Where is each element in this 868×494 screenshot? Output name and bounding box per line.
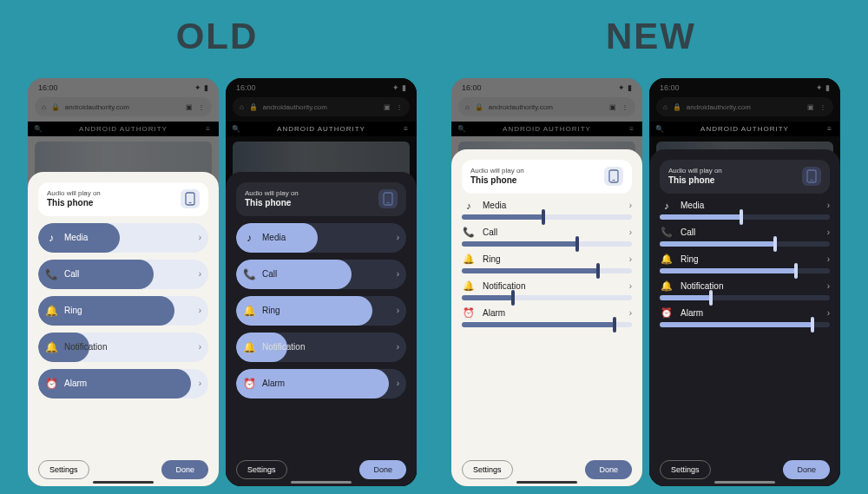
cast-card[interactable]: Audio will play onThis phone: [38, 182, 208, 216]
alarm-icon: ⏰: [38, 378, 64, 390]
volume-media: ♪Media›: [660, 201, 830, 220]
volume-call: 📞Call›: [660, 227, 830, 247]
cast-device: This phone: [47, 198, 174, 209]
settings-button[interactable]: Settings: [236, 460, 287, 479]
alarm-icon: ⏰: [236, 378, 262, 390]
chevron-right-icon[interactable]: ›: [827, 227, 830, 237]
notification-label: Notification: [483, 281, 525, 291]
new-group: 16:00✦ ▮⌂🔒androidauthority.com▣⋮🔍ANDROID…: [451, 78, 840, 486]
volume-media[interactable]: ♪Media›: [236, 223, 406, 253]
call-label: Call: [262, 269, 277, 279]
volume-notification: 🔔Notification›: [462, 280, 632, 300]
done-button[interactable]: Done: [585, 460, 632, 479]
chevron-right-icon[interactable]: ›: [199, 306, 201, 315]
chevron-right-icon[interactable]: ›: [629, 227, 632, 237]
media-slider[interactable]: [660, 214, 830, 220]
label-new: NEW: [434, 16, 868, 57]
chevron-right-icon[interactable]: ›: [397, 379, 399, 388]
notification-label: Notification: [262, 342, 305, 352]
volume-alarm: ⏰Alarm›: [660, 307, 830, 327]
volume-ring: 🔔Ring›: [462, 254, 632, 273]
chevron-right-icon[interactable]: ›: [827, 281, 830, 291]
chevron-right-icon[interactable]: ›: [827, 308, 830, 318]
chevron-right-icon[interactable]: ›: [397, 269, 399, 279]
settings-button[interactable]: Settings: [38, 460, 89, 479]
cast-device: This phone: [470, 175, 597, 187]
done-button[interactable]: Done: [783, 460, 830, 479]
chevron-right-icon[interactable]: ›: [827, 201, 830, 210]
chevron-right-icon[interactable]: ›: [629, 281, 632, 291]
call-icon: 📞: [462, 227, 476, 238]
notification-label: Notification: [681, 281, 723, 291]
chevron-right-icon[interactable]: ›: [397, 306, 399, 315]
svg-rect-3: [387, 202, 390, 203]
volume-ring[interactable]: 🔔Ring›: [236, 296, 406, 326]
media-label: Media: [483, 201, 506, 210]
volume-sheet: Audio will play onThis phone♪Media›📞Call…: [451, 149, 642, 486]
media-label: Media: [262, 233, 286, 242]
call-slider[interactable]: [462, 241, 632, 247]
volume-sheet: Audio will play onThis phone♪Media›📞Call…: [649, 149, 840, 486]
volume-notification[interactable]: 🔔Notification›: [236, 333, 406, 362]
volume-alarm[interactable]: ⏰Alarm›: [38, 369, 208, 398]
alarm-label: Alarm: [483, 308, 505, 318]
svg-rect-7: [811, 180, 813, 181]
nav-bar[interactable]: [291, 481, 352, 484]
chevron-right-icon[interactable]: ›: [199, 379, 201, 388]
phone-old-light: 16:00✦ ▮⌂🔒androidauthority.com▣⋮🔍ANDROID…: [28, 78, 219, 486]
alarm-slider[interactable]: [462, 322, 632, 327]
call-label: Call: [64, 269, 79, 279]
notification-slider[interactable]: [462, 295, 632, 300]
chevron-right-icon[interactable]: ›: [199, 342, 201, 352]
notification-label: Notification: [64, 342, 107, 352]
cast-sub: Audio will play on: [245, 189, 372, 198]
volume-call[interactable]: 📞Call›: [236, 260, 406, 289]
chevron-right-icon[interactable]: ›: [629, 308, 632, 318]
nav-bar[interactable]: [93, 481, 154, 484]
chevron-right-icon[interactable]: ›: [629, 201, 632, 210]
cast-card[interactable]: Audio will play onThis phone: [462, 160, 632, 194]
ring-label: Ring: [64, 306, 82, 315]
cast-card[interactable]: Audio will play onThis phone: [236, 182, 406, 216]
done-button[interactable]: Done: [359, 460, 406, 479]
volume-ring[interactable]: 🔔Ring›: [38, 296, 208, 326]
ring-slider[interactable]: [660, 268, 830, 273]
volume-ring: 🔔Ring›: [660, 254, 830, 273]
volume-media[interactable]: ♪Media›: [38, 223, 208, 253]
chevron-right-icon[interactable]: ›: [397, 233, 399, 242]
volume-call: 📞Call›: [462, 227, 632, 247]
done-button[interactable]: Done: [161, 460, 208, 479]
chevron-right-icon[interactable]: ›: [827, 254, 830, 264]
call-slider[interactable]: [660, 241, 830, 247]
alarm-slider[interactable]: [660, 322, 830, 327]
volume-sheet: Audio will play onThis phone♪Media›📞Call…: [226, 172, 417, 486]
media-icon: ♪: [462, 201, 476, 211]
settings-button[interactable]: Settings: [660, 460, 711, 479]
chevron-right-icon[interactable]: ›: [199, 269, 201, 279]
volume-notification[interactable]: 🔔Notification›: [38, 333, 208, 362]
media-slider[interactable]: [462, 214, 632, 220]
notification-icon: 🔔: [660, 280, 674, 292]
notification-icon: 🔔: [462, 280, 476, 292]
chevron-right-icon[interactable]: ›: [199, 233, 201, 242]
settings-button[interactable]: Settings: [462, 460, 513, 479]
nav-bar[interactable]: [714, 481, 775, 484]
phone-old-dark: 16:00✦ ▮⌂🔒androidauthority.com▣⋮🔍ANDROID…: [226, 78, 417, 486]
volume-sheet: Audio will play onThis phone♪Media›📞Call…: [28, 172, 219, 486]
call-icon: 📞: [236, 268, 262, 280]
notification-slider[interactable]: [660, 295, 830, 300]
cast-card[interactable]: Audio will play onThis phone: [660, 160, 830, 194]
label-old: OLD: [0, 16, 434, 57]
chevron-right-icon[interactable]: ›: [397, 342, 399, 352]
alarm-icon: ⏰: [462, 307, 476, 319]
volume-alarm[interactable]: ⏰Alarm›: [236, 369, 406, 398]
notification-icon: 🔔: [38, 341, 64, 353]
ring-slider[interactable]: [462, 268, 632, 273]
nav-bar[interactable]: [516, 481, 577, 484]
chevron-right-icon[interactable]: ›: [629, 254, 632, 264]
alarm-label: Alarm: [681, 308, 703, 318]
phone-new-light: 16:00✦ ▮⌂🔒androidauthority.com▣⋮🔍ANDROID…: [451, 78, 642, 486]
call-label: Call: [681, 227, 695, 237]
volume-call[interactable]: 📞Call›: [38, 260, 208, 289]
phone-icon: [802, 167, 821, 186]
